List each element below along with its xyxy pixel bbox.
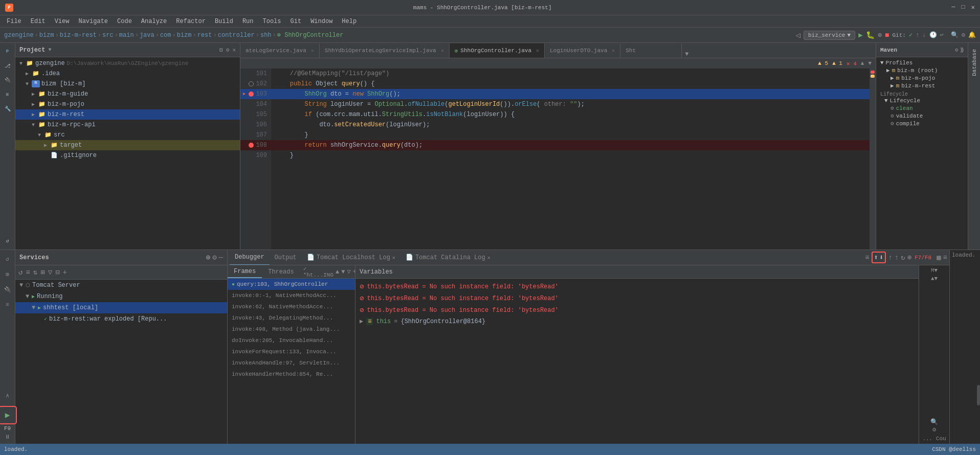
pause-button[interactable]: ⏸ <box>1 431 14 442</box>
notifications-icon[interactable]: 🔔 <box>968 31 976 39</box>
menu-help[interactable]: Help <box>338 17 361 26</box>
svc-sort-btn[interactable]: ⇅ <box>33 268 37 277</box>
menu-refactor[interactable]: Refactor <box>172 17 210 26</box>
panel-close-icon[interactable]: ✕ <box>232 47 236 53</box>
maven-profiles-header[interactable]: ▼ Profiles <box>880 59 964 66</box>
git-history-icon[interactable]: 🕐 <box>929 31 937 39</box>
bottom-icon-collapse[interactable]: ∧ <box>1 389 14 402</box>
breadcrumb-rest[interactable]: rest <box>197 32 212 39</box>
frame-item-4[interactable]: invoke:498, Method (java.lang... <box>228 324 355 335</box>
breadcrumb-java[interactable]: java <box>140 32 154 39</box>
tab-more-button[interactable]: ▼ <box>682 51 692 58</box>
breadcrumb-controller[interactable]: controller <box>218 32 255 39</box>
menu-tools[interactable]: Tools <box>259 17 285 26</box>
sidebar-icon-project[interactable]: P <box>1 45 14 58</box>
tab-loginUserDTO[interactable]: LoginUserDTO.java ✕ <box>545 43 620 58</box>
menu-navigate[interactable]: Navigate <box>74 17 112 26</box>
breadcrumb-biz-m-rest[interactable]: biz-m-rest <box>60 32 97 39</box>
git-down-icon[interactable]: ↓ <box>922 32 926 39</box>
coverage-button[interactable]: ⊕ <box>878 31 882 39</box>
debug-tab-debugger[interactable]: Debugger <box>230 250 270 265</box>
tree-item-idea[interactable]: ▶ 📁 .idea <box>15 69 240 79</box>
git-up-icon[interactable]: ↑ <box>916 32 919 39</box>
frame-item-2[interactable]: invoke:62, NativeMethodAcce... <box>228 301 355 312</box>
sidebar-icon-plugins[interactable]: 🔌 <box>1 74 14 87</box>
maven-item-biz-m-pojo[interactable]: ▶ m biz-m-pojo <box>880 74 964 82</box>
nav-back-icon[interactable]: ◁ <box>795 30 800 40</box>
frame-item-6[interactable]: invokeForRequest:133, Invoca... <box>228 346 355 357</box>
panel-settings-icon[interactable]: ⚙ <box>226 47 230 53</box>
maximize-button[interactable]: □ <box>962 4 965 11</box>
svc-item-shhtest[interactable]: ▼ ▶ shhtest [local] <box>15 302 227 313</box>
debug-toolbar-menu-icon[interactable]: ≡ <box>865 254 869 262</box>
tab-shhYdbi-close[interactable]: ✕ <box>441 48 444 54</box>
minimize-button[interactable]: ─ <box>951 4 955 11</box>
tree-item-biz-m-guide[interactable]: ▶ 📁 biz-m-guide <box>15 89 240 99</box>
menu-view[interactable]: View <box>51 17 74 26</box>
tree-item-biz-m-rest[interactable]: ▶ 📁 biz-m-rest <box>15 109 240 120</box>
tree-item-bizm[interactable]: ▼ m bizm [biz-m] <box>15 79 240 89</box>
git-check-icon[interactable]: ✓ <box>909 31 912 39</box>
menu-build[interactable]: Build <box>211 17 237 26</box>
var-item-this[interactable]: ▶ ≡ this = {ShhOrgController@8164} <box>360 316 915 327</box>
settings-icon[interactable]: ⚙ <box>962 31 965 39</box>
breadcrumb-gzengine[interactable]: gzengine <box>4 32 34 39</box>
services-close-icon[interactable]: ─ <box>219 254 223 262</box>
svc-refresh-btn[interactable]: ↺ <box>18 268 23 277</box>
frames-tab-threads[interactable]: Threads <box>262 265 300 278</box>
maven-item-biz-m-root[interactable]: ▶ m biz-m (root) <box>880 66 964 74</box>
debug-step-into-icon[interactable]: ⬇ <box>879 253 883 262</box>
sidebar-icon-structure[interactable]: ≡ <box>1 88 14 101</box>
debug-tab-localhost-log[interactable]: 📄 Tomcat Localhost Log ✕ <box>302 250 400 265</box>
svc-collapse-btn[interactable]: ≡ <box>26 268 30 277</box>
svc-filter-btn[interactable]: ▽ <box>48 268 52 277</box>
menu-edit[interactable]: Edit <box>27 17 50 26</box>
maven-item-biz-m-rest[interactable]: ▶ m biz-m-rest <box>880 82 964 89</box>
menu-file[interactable]: File <box>3 17 26 26</box>
project-settings-icon[interactable]: ▼ <box>48 47 51 53</box>
catalina-log-close[interactable]: ✕ <box>487 255 491 261</box>
menu-code[interactable]: Code <box>113 17 136 26</box>
git-undo-icon[interactable]: ↩ <box>940 31 944 39</box>
frame-item-7[interactable]: invokeAndHandle:97, ServletIn... <box>228 357 355 369</box>
services-expand-icon[interactable]: ⊕ <box>206 253 210 262</box>
menu-git[interactable]: Git <box>286 17 306 26</box>
sidebar-icon-run[interactable]: ↺ <box>1 234 14 247</box>
tab-shhYdbi[interactable]: ShhYdbiOperateLogServiceImpl.java ✕ <box>320 43 450 58</box>
debug-corner-icon-1[interactable]: M▼ <box>931 267 938 274</box>
frame-item-1[interactable]: invoke:0:-1, NativeMethodAcc... <box>228 290 355 301</box>
svc-item-artifact[interactable]: ✓ biz-m-rest:war exploded [Repu... <box>15 313 227 325</box>
tab-ateLogService-close[interactable]: ✕ <box>311 48 314 54</box>
tab-sht[interactable]: Sht <box>620 43 682 58</box>
debug-settings-icon[interactable]: ⚙ <box>932 426 936 434</box>
breadcrumb-main[interactable]: main <box>119 32 134 39</box>
debug-variables-icon[interactable]: ▦ <box>937 253 941 262</box>
menu-run[interactable]: Run <box>238 17 258 26</box>
tab-loginUserDTO-close[interactable]: ✕ <box>612 48 615 54</box>
right-tab-database[interactable]: Database <box>969 45 979 80</box>
debug-force-icon[interactable]: ⊕ <box>907 253 911 262</box>
bottom-icon-2[interactable]: ⊞ <box>1 267 14 281</box>
sidebar-icon-commit[interactable]: ⎇ <box>1 59 14 73</box>
tab-ateLogService[interactable]: ateLogService.java ✕ <box>240 43 320 58</box>
frame-item-5[interactable]: doInvoke:205, InvocableHand... <box>228 335 355 346</box>
run-config-dropdown[interactable]: biz_service ▼ <box>804 31 855 40</box>
frames-tab-frames[interactable]: Frames <box>228 265 262 278</box>
tree-item-gitignore[interactable]: ▶ 📄 .gitignore <box>15 150 240 161</box>
tree-item-src[interactable]: ▼ 📁 src <box>15 130 240 140</box>
breadcrumb-bizm[interactable]: bizm <box>39 32 54 39</box>
close-button[interactable]: ✕ <box>971 4 975 11</box>
bottom-icon-3[interactable]: 🔌 <box>1 283 14 296</box>
tree-item-root[interactable]: ▼ 📁 gzengine D:\JavaWork\HuaRun\GZEngine… <box>15 58 240 69</box>
maven-lifecycle-expand[interactable]: ▼ Lifecycle <box>880 97 964 104</box>
maven-item-clean[interactable]: ⚙ clean <box>880 104 964 112</box>
breadcrumb-bizm2[interactable]: bizm <box>177 32 192 39</box>
sidebar-icon-tools[interactable]: 🔧 <box>1 102 14 116</box>
editor-scrollbar[interactable] <box>870 69 876 249</box>
maven-expand-icon[interactable]: ⟫ <box>960 47 964 53</box>
breadcrumb-src[interactable]: src <box>102 32 114 39</box>
debug-tab-catalina-log[interactable]: 📄 Tomcat Catalina Log ✕ <box>400 250 496 265</box>
debug-step-out-icon[interactable]: ↑ <box>888 254 892 262</box>
f9-run-button[interactable]: ▶ <box>0 406 17 424</box>
scroll-up-icon[interactable]: ▲ <box>861 60 864 66</box>
